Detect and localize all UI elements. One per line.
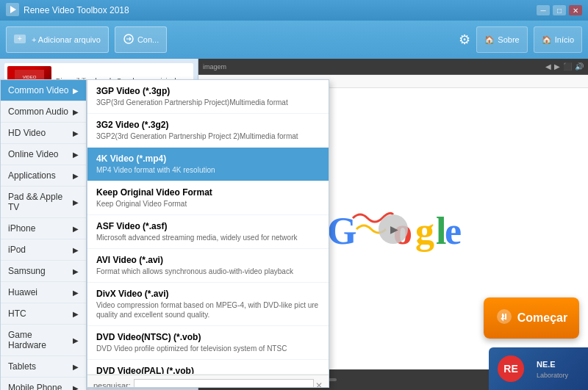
menu-item-iphone[interactable]: iPhone ▶ xyxy=(1,218,86,239)
submenu-arrow-pad-apple: ▶ xyxy=(73,198,79,206)
submenu-arrow-iphone: ▶ xyxy=(73,225,79,233)
svg-text:NE.E: NE.E xyxy=(537,360,556,369)
submenu-item-keep-desc: Keep Original Video Format xyxy=(96,199,320,209)
svg-text:Laboratory: Laboratory xyxy=(537,372,569,379)
submenu-item-avi[interactable]: AVI Video (*.avi) Format which allows sy… xyxy=(87,249,329,283)
home2-icon: 🏠 xyxy=(542,35,552,45)
minimize-button[interactable]: ─ xyxy=(537,5,550,15)
submenu-item-dvd-ntsc[interactable]: DVD Video(NTSC) (*.vob) DVD Video profil… xyxy=(87,326,329,360)
toolbar-right: ⚙ 🏠 Sobre 🏠 Início xyxy=(459,26,582,53)
submenu-arrow-ipod: ▶ xyxy=(73,246,79,254)
submenu-arrow-applications: ▶ xyxy=(73,172,79,180)
preview-tab-image[interactable]: imagem xyxy=(203,63,226,71)
preview-icon-1[interactable]: ◀ xyxy=(545,62,551,71)
svg-text:e: e xyxy=(445,210,462,252)
menu-label-hd-video: HD Video xyxy=(8,128,46,138)
submenu-item-3g2-desc: 3GP2(3rd Generation Partnership Project … xyxy=(96,131,320,141)
submenu-search-input[interactable] xyxy=(134,379,314,388)
submenu-item-divx[interactable]: DivX Video (*.avi) Video compression for… xyxy=(87,283,329,326)
add-icon: + xyxy=(14,32,29,48)
start-label: Começar xyxy=(517,311,567,325)
menu-label-game-hardware: Game Hardware xyxy=(8,330,73,350)
app-icon xyxy=(6,3,19,18)
submenu-arrow-mobile-phone: ▶ xyxy=(73,384,79,391)
app-title: Renee Video Toolbox 2018 xyxy=(24,5,129,15)
menu-item-online-video[interactable]: Online Video ▶ xyxy=(1,144,86,165)
submenu-item-dvd-pal[interactable]: DVD Video(PAL) (*.vob) xyxy=(87,360,329,375)
menu-label-applications: Applications xyxy=(8,170,56,181)
settings-icon[interactable]: ⚙ xyxy=(459,32,470,48)
submenu-item-3g2[interactable]: 3G2 Video (*.3g2) 3GP2(3rd Generation Pa… xyxy=(87,114,329,148)
menu-item-game-hardware[interactable]: Game Hardware ▶ xyxy=(1,325,86,356)
convert-icon xyxy=(123,33,135,46)
submenu-item-keep-original[interactable]: Keep Original Video Format Keep Original… xyxy=(87,181,329,215)
menu-item-samsung[interactable]: Samsung ▶ xyxy=(1,261,86,282)
submenu-arrow-huawei: ▶ xyxy=(73,289,79,297)
menu-label-mobile-phone: Mobile Phone xyxy=(8,383,62,390)
submenu-item-dvd-pal-title: DVD Video(PAL) (*.vob) xyxy=(96,366,320,375)
home-icon: 🏠 xyxy=(484,35,495,45)
menu-item-tablets[interactable]: Tablets ▶ xyxy=(1,356,86,378)
menu-label-samsung: Samsung xyxy=(8,266,46,276)
menu-item-ipod[interactable]: iPod ▶ xyxy=(1,239,86,261)
submenu-item-divx-title: DivX Video (*.avi) xyxy=(96,289,320,299)
submenu-arrow-game-hardware: ▶ xyxy=(73,336,79,344)
add-file-button[interactable]: + + Adicionar arquivo xyxy=(6,26,109,53)
menu-item-htc[interactable]: HTC ▶ xyxy=(1,303,86,325)
svg-text:G: G xyxy=(327,210,356,252)
submenu-search-label: pesquisar: xyxy=(93,381,131,388)
menu-label-common-audio: Common Audio xyxy=(8,106,68,117)
left-menu: Common Video ▶ Common Audio ▶ HD Video ▶… xyxy=(0,79,87,390)
submenu-search-clear-icon[interactable]: ✕ xyxy=(315,380,323,388)
play-button[interactable]: ▶ xyxy=(379,214,408,244)
submenu-item-asf-title: ASF Video (*.asf) xyxy=(96,221,320,231)
close-button[interactable]: ✕ xyxy=(569,5,582,15)
svg-text:RE: RE xyxy=(503,363,517,375)
submenu-item-keep-title: Keep Original Video Format xyxy=(96,187,320,198)
start-icon: ↻ xyxy=(495,308,513,329)
submenu-item-4k-title: 4K Video (*.mp4) xyxy=(96,154,320,164)
menu-label-common-video: Common Video xyxy=(8,85,69,95)
renee-logo: RE NE.E Laboratory xyxy=(489,347,588,390)
submenu-item-4k-desc: MP4 Video format with 4K resolution xyxy=(96,165,320,175)
submenu-item-asf[interactable]: ASF Video (*.asf) Microsoft advanced str… xyxy=(87,215,329,249)
submenu-arrow-common-audio: ▶ xyxy=(73,108,79,116)
submenu-item-avi-desc: Format which allows synchronous audio-wi… xyxy=(96,267,320,276)
menu-label-ipod: iPod xyxy=(8,245,26,255)
submenu-item-divx-desc: Video compression format based on MPEG-4… xyxy=(96,300,320,319)
menu-label-tablets: Tablets xyxy=(8,361,36,372)
menu-item-pad-apple[interactable]: Pad && Apple TV ▶ xyxy=(1,187,86,218)
submenu-arrow-htc: ▶ xyxy=(73,310,79,318)
submenu-item-3gp[interactable]: 3GP Video (*.3gp) 3GP(3rd Generation Par… xyxy=(87,80,329,114)
preview-icon-2[interactable]: ▶ xyxy=(554,62,560,71)
submenu-arrow-hd-video: ▶ xyxy=(73,129,79,137)
menu-item-common-video[interactable]: Common Video ▶ xyxy=(1,80,86,101)
maximize-button[interactable]: □ xyxy=(553,5,566,15)
submenu-item-dvd-ntsc-desc: DVD Video profile optimized for televisi… xyxy=(96,344,320,353)
menu-item-common-audio[interactable]: Common Audio ▶ xyxy=(1,101,86,123)
submenu-arrow-online-video: ▶ xyxy=(73,151,79,159)
start-button[interactable]: ↻ Começar xyxy=(484,297,579,339)
preview-icon-3[interactable]: ⬛ xyxy=(563,62,572,71)
menu-item-hd-video[interactable]: HD Video ▶ xyxy=(1,123,86,144)
submenu-item-dvd-ntsc-title: DVD Video(NTSC) (*.vob) xyxy=(96,332,320,342)
home-button[interactable]: 🏠 Início xyxy=(534,26,582,53)
convert-button[interactable]: Con... xyxy=(115,26,167,53)
submenu-arrow-tablets: ▶ xyxy=(73,363,79,371)
submenu-item-avi-title: AVI Video (*.avi) xyxy=(96,255,320,265)
menu-item-applications[interactable]: Applications ▶ xyxy=(1,165,86,187)
svg-text:+: + xyxy=(18,35,22,43)
menu-item-huawei[interactable]: Huawei ▶ xyxy=(1,282,86,303)
toolbar: + + Adicionar arquivo Con... ⚙ 🏠 Sobre 🏠… xyxy=(0,21,588,59)
submenu-item-3gp-title: 3GP Video (*.3gp) xyxy=(96,86,320,96)
submenu-common-video: 3GP Video (*.3gp) 3GP(3rd Generation Par… xyxy=(87,79,329,388)
menu-item-mobile-phone[interactable]: Mobile Phone ▶ xyxy=(1,378,86,390)
menu-label-iphone: iPhone xyxy=(8,223,35,234)
submenu-item-4k[interactable]: 4K Video (*.mp4) MP4 Video format with 4… xyxy=(87,148,329,181)
submenu-arrow-common-video: ▶ xyxy=(73,87,79,95)
menu-label-online-video: Online Video xyxy=(8,149,59,159)
preview-icon-4[interactable]: 🔊 xyxy=(575,62,584,71)
menu-label-huawei: Huawei xyxy=(8,287,37,297)
about-button[interactable]: 🏠 Sobre xyxy=(476,26,527,53)
title-bar: Renee Video Toolbox 2018 ─ □ ✕ xyxy=(0,0,588,21)
